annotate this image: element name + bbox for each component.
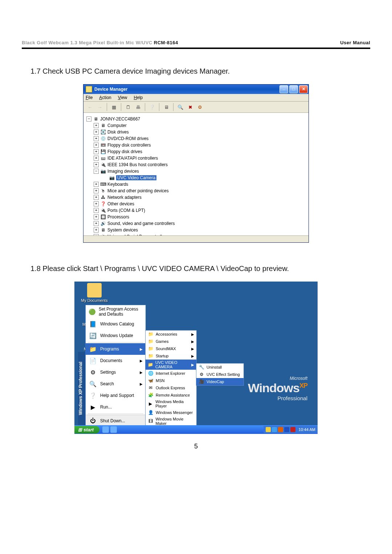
uvc-submenu[interactable]: 🔧Uninstall⚙UVC Effect Setting🎥VideoCap [196, 363, 244, 386]
start-button[interactable]: ⊞ start [74, 426, 99, 434]
expand-icon[interactable] [94, 130, 99, 135]
start-menu-item[interactable]: ▶Run... [86, 401, 146, 413]
menubar: File Action View Help [83, 94, 309, 102]
camera-icon: 📷 [100, 168, 106, 174]
forward-button[interactable] [95, 103, 104, 111]
tree-item[interactable]: 🔲Processors [94, 214, 307, 220]
maximize-button[interactable] [289, 85, 298, 93]
tree-item[interactable]: ⌨Keyboards [94, 181, 307, 188]
start-menu-item[interactable]: ❔Help and Support [86, 390, 146, 401]
submenu-item[interactable]: 📁SoundMAX▶ [146, 345, 196, 352]
menu-item-icon: 🦋 [148, 378, 154, 383]
submenu-item[interactable]: ▶Windows Media Player [146, 399, 196, 409]
expand-icon[interactable] [94, 149, 99, 154]
start-label: start [83, 427, 94, 432]
tree-item[interactable]: 🖧Network adapters [94, 194, 307, 201]
submenu-item[interactable]: 📁Startup▶ [146, 352, 196, 360]
tray-icon[interactable] [266, 427, 271, 432]
start-menu-item[interactable]: 🔍Search▶ [86, 378, 146, 390]
tree-root[interactable]: 🖥 JONNY-2ECC4B667 [86, 116, 307, 122]
close-button[interactable] [299, 85, 308, 93]
tray-icon[interactable] [278, 427, 283, 432]
expand-icon[interactable] [94, 143, 99, 148]
submenu-item[interactable]: ✉Outlook Express [146, 384, 196, 391]
tray-icon[interactable] [284, 427, 289, 432]
expand-icon[interactable] [94, 136, 99, 141]
tree-item[interactable]: 🔌Ports (COM & LPT) [94, 207, 307, 214]
tree-item[interactable]: 🖥Computer [94, 122, 307, 129]
tree-item[interactable]: 💽Disk drives [94, 129, 307, 135]
start-menu[interactable]: 🟢Set Program Access and Defaults📘Windows… [85, 305, 146, 427]
tray-icon[interactable] [272, 427, 277, 432]
menu-file[interactable]: File [86, 95, 93, 100]
start-menu-item[interactable]: 📘Windows Catalog [86, 318, 146, 330]
expand-icon[interactable] [94, 123, 99, 128]
menu-item-label: Windows Media Player [155, 399, 194, 408]
menu-help[interactable]: Help [134, 95, 143, 100]
menu-action[interactable]: Action [99, 95, 111, 100]
expand-icon[interactable] [94, 195, 99, 200]
expand-icon[interactable] [94, 162, 99, 167]
brand-microsoft: Microsoft [248, 376, 307, 381]
submenu-item[interactable]: ⚙UVC Effect Setting [196, 371, 244, 378]
tray-icon[interactable] [290, 427, 295, 432]
back-button[interactable] [86, 103, 94, 111]
tree-item[interactable]: 💾Floppy disk drives [94, 148, 307, 155]
desktop-icon-my-documents[interactable]: My Documents [78, 283, 111, 303]
tree-imaging[interactable]: 📷 Imaging devices [94, 168, 307, 175]
header-product: Black Golf Webcam 1.3 Mega Pixel Built-i… [22, 40, 154, 45]
submenu-item[interactable]: 📁Games▶ [146, 338, 196, 345]
expand-icon[interactable] [94, 208, 99, 213]
submenu-item[interactable]: 🌐Internet Explorer [146, 370, 196, 377]
expand-icon[interactable] [94, 214, 99, 219]
expand-icon[interactable] [94, 227, 99, 233]
submenu-item[interactable]: 🎞Windows Movie Maker [146, 416, 196, 426]
collapse-icon[interactable] [94, 169, 99, 174]
tree-item[interactable]: ❓Other devices [94, 201, 307, 207]
expand-icon[interactable] [94, 234, 99, 235]
tree-item[interactable]: 💿DVD/CD-ROM drives [94, 135, 307, 142]
tree-uvc-camera[interactable]: 📷 UVC Video Camera [103, 175, 307, 181]
start-menu-item[interactable]: 🟢Set Program Access and Defaults [86, 305, 146, 318]
expand-icon[interactable] [94, 182, 99, 187]
minimize-button[interactable] [279, 85, 288, 93]
help-button[interactable] [148, 103, 156, 111]
tree-item[interactable]: 🔊Sound, video and game controllers [94, 220, 307, 227]
programs-submenu[interactable]: 📁Accessories▶📁Games▶📁SoundMAX▶📁Startup▶📁… [145, 330, 197, 427]
start-menu-item[interactable]: 📄Documents▶ [86, 355, 146, 366]
tree-item[interactable]: 🖥System devices [94, 227, 307, 233]
tree-item[interactable]: 🖱Mice and other pointing devices [94, 188, 307, 194]
scan-hardware-button[interactable] [176, 103, 185, 111]
print-button[interactable] [134, 103, 142, 111]
submenu-item[interactable]: 🔧Uninstall [196, 364, 244, 371]
submenu-item[interactable]: 📁Accessories▶ [146, 331, 196, 338]
quicklaunch-icon[interactable] [110, 426, 117, 433]
expand-icon[interactable] [94, 156, 99, 161]
update-driver-button[interactable] [196, 103, 204, 111]
expand-icon[interactable] [94, 221, 99, 226]
start-menu-item[interactable]: 📁Programs▶ [86, 343, 146, 355]
show-hidden-button[interactable] [162, 103, 171, 111]
menu-item-icon: ▶ [148, 401, 153, 407]
menu-view[interactable]: View [118, 95, 127, 100]
expand-icon[interactable] [94, 188, 99, 193]
separator-icon [145, 103, 145, 111]
tree-item-label: Keyboards [107, 182, 128, 187]
submenu-item[interactable]: 🎥VideoCap [196, 378, 244, 385]
list-view-button[interactable] [110, 103, 118, 111]
start-menu-item[interactable]: 🔄Windows Update [86, 330, 146, 341]
tree-item[interactable]: 📼Floppy disk controllers [94, 142, 307, 148]
tree-item[interactable]: 🔌IEEE 1394 Bus host controllers [94, 161, 307, 168]
tree-item[interactable]: 🖴IDE ATA/ATAPI controllers [94, 155, 307, 161]
tree-item-label: Network adapters [107, 195, 142, 200]
properties-button[interactable] [124, 103, 132, 111]
submenu-item[interactable]: 📁UVC VIDEO CAMERA▶ [146, 360, 196, 370]
submenu-item[interactable]: 👤Windows Messenger [146, 409, 196, 416]
uninstall-button[interactable] [186, 103, 195, 111]
start-menu-item[interactable]: ⚙Settings▶ [86, 366, 146, 378]
expand-icon[interactable] [94, 201, 99, 206]
collapse-icon[interactable] [86, 116, 91, 122]
submenu-item[interactable]: 🦋MSN [146, 377, 196, 384]
quicklaunch-icon[interactable] [102, 426, 109, 433]
submenu-item[interactable]: 🧩Remote Assistance [146, 391, 196, 399]
